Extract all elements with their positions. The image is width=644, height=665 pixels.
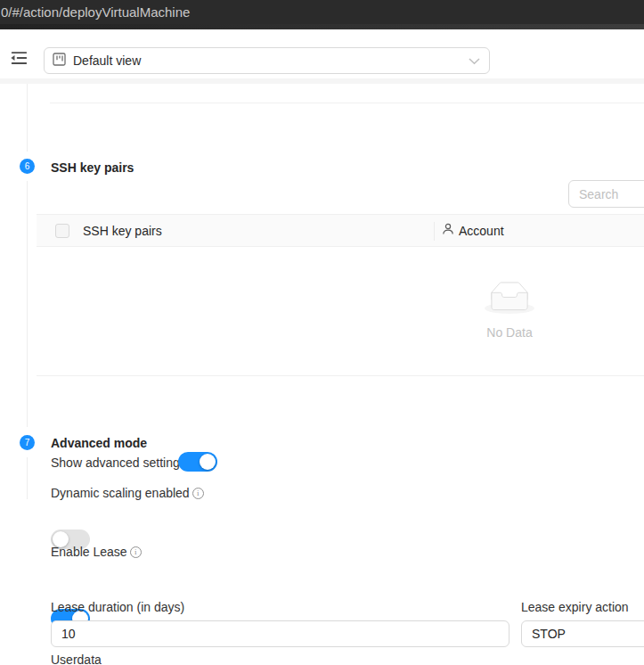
show-advanced-label: Show advanced settings (51, 456, 186, 470)
menu-fold-icon (9, 48, 29, 70)
table-header-row: SSH key pairs Account (37, 214, 644, 247)
lease-expiry-label: Lease expiry action (521, 600, 629, 614)
inbox-icon (485, 302, 534, 316)
search-input[interactable] (568, 180, 644, 208)
deploy-vm-page: 0/#/action/deployVirtualMachine (0, 0, 644, 665)
select-all-checkbox[interactable] (55, 224, 69, 238)
info-icon[interactable]: i (130, 546, 142, 558)
steps-line (27, 181, 28, 427)
empty-state: No Data (456, 282, 563, 340)
chevron-down-icon (469, 53, 480, 68)
lease-expiry-value: STOP (532, 627, 566, 641)
column-label: Account (459, 224, 504, 238)
window-titlebar: 0/#/action/deployVirtualMachine (0, 0, 644, 24)
section-divider (50, 103, 644, 103)
step-6-indicator: 6 (20, 159, 35, 174)
view-select[interactable]: Default view (44, 47, 490, 74)
table-header-account: Account (434, 223, 504, 238)
project-icon (53, 53, 66, 69)
column-separator (434, 222, 435, 241)
step-6-title: SSH key pairs (51, 160, 134, 175)
table-header-sshkeypairs: SSH key pairs (37, 224, 434, 238)
dynamic-scaling-label: Dynamic scaling enabled i (51, 486, 204, 500)
lease-duration-label: Lease duration (in days) (51, 600, 184, 614)
step-7-indicator: 7 (20, 435, 35, 450)
column-label: SSH key pairs (83, 224, 162, 238)
toggle-knob (200, 454, 216, 470)
page-background-band (0, 78, 644, 84)
lease-duration-input[interactable] (51, 620, 509, 647)
userdata-label: Userdata (51, 653, 102, 665)
no-data-text: No Data (456, 325, 563, 340)
menu-fold-button[interactable] (5, 47, 32, 71)
titlebar-url: 0/#/action/deployVirtualMachine (0, 4, 190, 20)
show-advanced-toggle[interactable] (178, 452, 217, 472)
user-icon (442, 223, 459, 238)
lease-expiry-select[interactable]: STOP (521, 620, 644, 647)
view-select-value: Default view (73, 53, 469, 68)
steps-line (27, 84, 28, 152)
window-strip (0, 24, 644, 29)
steps-line (27, 457, 28, 499)
step-7-title: Advanced mode (51, 436, 147, 450)
info-icon[interactable]: i (192, 488, 204, 499)
enable-lease-label: Enable Lease i (51, 545, 142, 559)
